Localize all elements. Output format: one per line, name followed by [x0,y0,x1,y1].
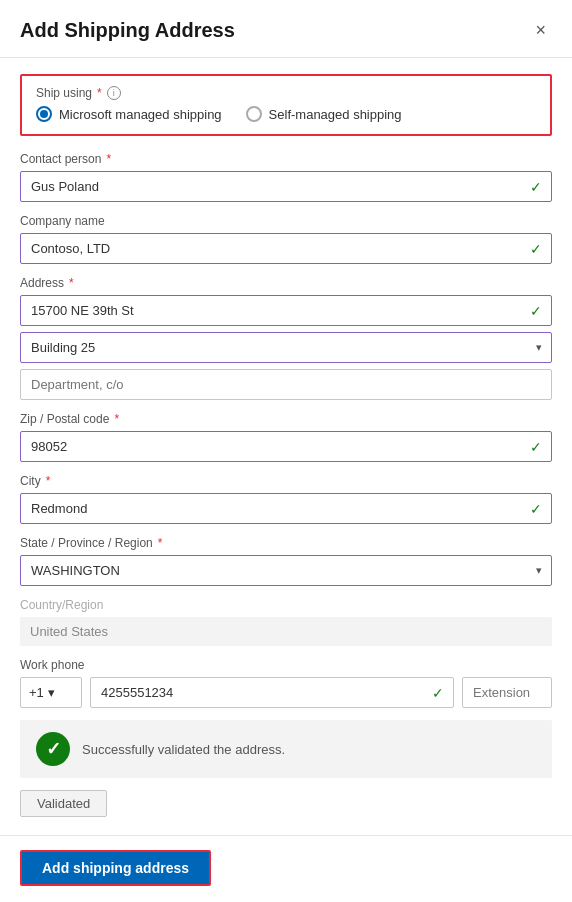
country-input [20,617,552,646]
contact-required: * [106,152,111,166]
phone-country-code: +1 [29,685,44,700]
modal-footer: Add shipping address [0,835,572,902]
validated-button[interactable]: Validated [20,790,107,817]
state-label: State / Province / Region * [20,536,552,550]
phone-country-selector[interactable]: +1 ▾ [20,677,82,708]
address-line1-wrapper: ✓ [20,295,552,326]
address-required: * [69,276,74,290]
address-field: Address * ✓ ▾ [20,276,552,400]
zip-required: * [114,412,119,426]
validation-check-icon: ✓ [46,738,61,760]
work-phone-label: Work phone [20,658,552,672]
zip-input[interactable] [20,431,552,462]
company-name-label: Company name [20,214,552,228]
add-shipping-address-button[interactable]: Add shipping address [20,850,211,886]
ship-using-box: Ship using * i Microsoft managed shippin… [20,74,552,136]
zip-check-icon: ✓ [530,439,542,455]
contact-person-input[interactable] [20,171,552,202]
state-required: * [158,536,163,550]
validation-message: Successfully validated the address. [82,742,285,757]
add-shipping-address-modal: Add Shipping Address × Ship using * i Mi… [0,0,572,902]
address-line1-check-icon: ✓ [530,303,542,319]
country-wrapper [20,617,552,646]
country-label: Country/Region [20,598,552,612]
city-required: * [46,474,51,488]
zip-field: Zip / Postal code * ✓ [20,412,552,462]
radio-microsoft-inner [40,110,48,118]
required-star: * [97,86,102,100]
state-select[interactable]: WASHINGTON [20,555,552,586]
radio-option-microsoft[interactable]: Microsoft managed shipping [36,106,222,122]
phone-row: +1 ▾ ✓ [20,677,552,708]
address-label: Address * [20,276,552,290]
phone-check-icon: ✓ [432,685,444,701]
modal-body: Ship using * i Microsoft managed shippin… [0,58,572,835]
work-phone-field: Work phone +1 ▾ ✓ [20,658,552,708]
city-check-icon: ✓ [530,501,542,517]
modal-title: Add Shipping Address [20,19,235,42]
validation-circle: ✓ [36,732,70,766]
validation-box: ✓ Successfully validated the address. [20,720,552,778]
address-line1-input[interactable] [20,295,552,326]
contact-person-field: Contact person * ✓ [20,152,552,202]
info-icon[interactable]: i [107,86,121,100]
close-button[interactable]: × [529,18,552,43]
radio-microsoft-label: Microsoft managed shipping [59,107,222,122]
zip-label: Zip / Postal code * [20,412,552,426]
contact-person-wrapper: ✓ [20,171,552,202]
ship-using-label: Ship using * i [36,86,536,100]
modal-header: Add Shipping Address × [0,0,572,58]
radio-option-self[interactable]: Self-managed shipping [246,106,402,122]
contact-person-label: Contact person * [20,152,552,166]
country-field: Country/Region [20,598,552,646]
phone-extension-input[interactable] [462,677,552,708]
address-line3-input[interactable] [20,369,552,400]
phone-number-input[interactable] [90,677,454,708]
radio-self-outer [246,106,262,122]
city-wrapper: ✓ [20,493,552,524]
state-select-wrapper: WASHINGTON ▾ [20,555,552,586]
company-name-input[interactable] [20,233,552,264]
contact-check-icon: ✓ [530,179,542,195]
radio-microsoft-outer [36,106,52,122]
company-name-field: Company name ✓ [20,214,552,264]
radio-self-label: Self-managed shipping [269,107,402,122]
address-line2-input[interactable] [20,332,552,363]
company-name-wrapper: ✓ [20,233,552,264]
city-field: City * ✓ [20,474,552,524]
city-label: City * [20,474,552,488]
phone-number-wrapper: ✓ [90,677,454,708]
address-line3-wrapper [20,369,552,400]
city-input[interactable] [20,493,552,524]
company-check-icon: ✓ [530,241,542,257]
zip-wrapper: ✓ [20,431,552,462]
validated-button-wrapper: Validated [20,790,552,821]
ship-using-radio-group: Microsoft managed shipping Self-managed … [36,106,536,122]
state-field: State / Province / Region * WASHINGTON ▾ [20,536,552,586]
address-line2-wrapper: ▾ [20,332,552,363]
phone-country-chevron: ▾ [48,685,55,700]
